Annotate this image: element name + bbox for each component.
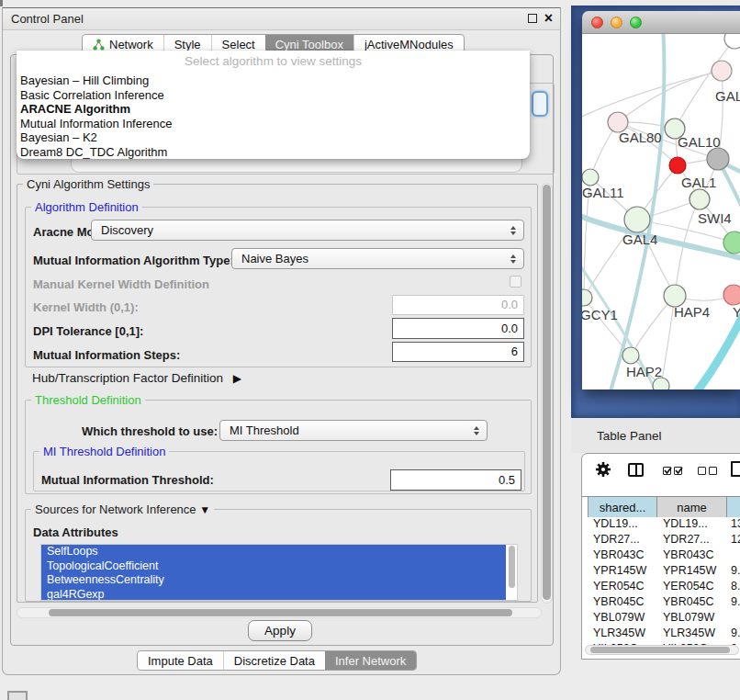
hub-definition-expander[interactable]: Hub/Transcription Factor Definition ▶ — [32, 371, 241, 385]
mi-type-combobox[interactable]: Naive Bayes — [231, 248, 524, 269]
node-label: GAL4 — [622, 231, 657, 247]
list-scrollbar[interactable] — [508, 546, 516, 599]
apply-button[interactable]: Apply — [248, 620, 312, 641]
mi-threshold-group: MI Threshold Definition Mutual Informati… — [33, 451, 525, 491]
group-title: Cyni Algorithm Settings — [23, 177, 153, 191]
which-threshold-label: Which threshold to use: — [82, 424, 218, 438]
table-horizontal-scrollbar[interactable] — [585, 645, 739, 655]
screen: Control Panel × Network Style Select Cyn — [0, 0, 740, 700]
threshold-definition-group: Threshold Definition Which threshold to … — [25, 400, 532, 494]
mi-threshold-label: Mutual Information Threshold: — [41, 473, 214, 487]
list-item[interactable]: SelfLoops — [41, 545, 506, 559]
column-header-name[interactable]: name — [657, 497, 727, 517]
table-row[interactable]: YER054CYER054C8. — [582, 579, 740, 594]
node-salmon[interactable] — [723, 285, 740, 305]
network-canvas[interactable]: GAL80 GAL10 GAL1 GAL11 SWI4 GAL4 GCY1 HA… — [582, 34, 740, 390]
network-window-titlebar[interactable] — [582, 11, 740, 34]
table-row[interactable]: YBR043CYBR043C — [582, 548, 740, 563]
node-label: GAL1 — [681, 175, 716, 190]
spinner-icon — [509, 226, 523, 235]
close-traffic-light-icon[interactable] — [591, 17, 603, 28]
node-label: GAL11 — [582, 185, 624, 200]
deselect-all-icon[interactable] — [698, 467, 717, 475]
tab-infer-network[interactable]: Infer Network — [325, 651, 416, 670]
document-icon[interactable] — [731, 461, 740, 477]
chevron-down-icon[interactable]: ▼ — [199, 503, 210, 516]
node-gcy1[interactable] — [582, 289, 592, 306]
list-item[interactable]: BetweennessCentrality — [41, 573, 506, 588]
aracne-mode-combobox[interactable]: Discovery — [91, 220, 524, 241]
node-label: SWI4 — [698, 210, 732, 226]
node-label: GAL80 — [619, 130, 662, 145]
panel-title: Control Panel — [3, 12, 84, 26]
dpi-tolerance-field[interactable]: 0.0 — [392, 318, 524, 339]
table-row[interactable]: YDL19...YDL19...13 — [582, 516, 740, 532]
mi-threshold-field[interactable]: 0.5 — [390, 469, 521, 491]
settings-vertical-scrollbar[interactable] — [541, 183, 553, 604]
node-label: GAL10 — [678, 134, 721, 150]
close-icon[interactable]: × — [544, 13, 553, 24]
table-toolbar — [582, 461, 740, 487]
mi-steps-field[interactable]: 6 — [392, 342, 524, 362]
gear-icon[interactable] — [595, 461, 611, 481]
table-row[interactable]: YBL079WYBL079W — [582, 610, 740, 626]
node-selected-red[interactable] — [669, 157, 686, 174]
node-gal11[interactable] — [582, 169, 599, 186]
zoom-traffic-light-icon[interactable] — [630, 17, 642, 28]
menu-item[interactable]: Bayesian – K2 — [20, 130, 526, 145]
manual-kernel-checkbox[interactable] — [510, 276, 521, 288]
tab-discretize-data[interactable]: Discretize Data — [223, 651, 325, 670]
data-attributes-label: Data Attributes — [33, 525, 118, 539]
group-title: MI Threshold Definition — [39, 445, 169, 458]
node-green[interactable] — [723, 231, 740, 254]
node-gal10[interactable] — [707, 148, 729, 170]
table-panel-title: Table Panel — [571, 429, 662, 443]
table-row[interactable]: YPR145WYPR145W9. — [582, 563, 740, 579]
menu-item[interactable]: Mutual Information Inference — [20, 117, 526, 131]
attribute-list[interactable]: SelfLoops TopologicalCoefficient Between… — [40, 544, 518, 601]
spinner-icon — [472, 426, 487, 435]
dropdown-prompt: Select algorithm to view settings — [17, 54, 530, 68]
node-label: Y — [733, 304, 740, 320]
table-row[interactable]: YDR27...YDR27...12 — [582, 532, 740, 548]
menu-item[interactable]: Bayesian – Hill Climbing — [20, 73, 526, 88]
list-item[interactable]: gal4RGexp — [41, 588, 506, 602]
row-gutter — [582, 497, 589, 517]
menu-item-selected[interactable]: ARACNE Algorithm — [20, 102, 526, 117]
tab-impute-data[interactable]: Impute Data — [138, 651, 223, 670]
node-label: GAL — [715, 88, 740, 104]
group-title: Threshold Definition — [31, 393, 145, 407]
sources-title: Sources for Network Inference ▼ — [31, 502, 214, 516]
minimize-traffic-light-icon[interactable] — [611, 17, 622, 28]
control-panel-titlebar: Control Panel × — [3, 8, 560, 30]
mi-steps-label: Mutual Information Steps: — [33, 348, 180, 362]
kernel-width-label: Kernel Width (0,1): — [33, 300, 139, 314]
network-window[interactable]: GAL80 GAL10 GAL1 GAL11 SWI4 GAL4 GCY1 HA… — [582, 11, 740, 390]
table-row[interactable]: YLR345WYLR345W9. — [582, 626, 740, 641]
cyni-bottom-tabbar: Impute Data Discretize Data Infer Networ… — [137, 650, 417, 671]
node-gal-partial[interactable] — [712, 61, 732, 81]
node-label: HAP4 — [674, 304, 710, 320]
select-all-icon[interactable] — [663, 467, 682, 475]
split-view-icon[interactable] — [628, 463, 644, 477]
node-unlabeled[interactable] — [724, 34, 740, 49]
node-gal4[interactable] — [624, 207, 650, 232]
menu-item[interactable]: Basic Correlation Inference — [20, 88, 526, 103]
algorithm-combobox-fragment[interactable] — [532, 91, 548, 117]
algorithm-dropdown-popup: Select algorithm to view settings Bayesi… — [17, 51, 530, 159]
column-header-shared-name[interactable]: shared... — [589, 497, 657, 517]
kernel-width-field[interactable]: 0.0 — [392, 295, 524, 315]
node-label: GCY1 — [582, 307, 618, 322]
settings-horizontal-scrollbar[interactable] — [17, 607, 542, 618]
node-hap2[interactable] — [622, 347, 639, 364]
float-window-icon[interactable] — [528, 14, 537, 23]
column-header-partial[interactable] — [727, 497, 740, 517]
table-row[interactable]: YBR045CYBR045C9. — [582, 594, 740, 610]
node-gal1[interactable] — [690, 189, 710, 209]
minimized-panel-icon[interactable] — [7, 691, 28, 700]
algorithm-definition-group: Algorithm Definition Aracne Mode: Discov… — [25, 207, 532, 367]
which-threshold-combobox[interactable]: MI Threshold — [219, 420, 488, 441]
panel-divider-handle[interactable] — [0, 0, 3, 6]
list-item[interactable]: TopologicalCoefficient — [41, 559, 506, 574]
menu-item[interactable]: Dream8 DC_TDC Algorithm — [20, 145, 526, 160]
